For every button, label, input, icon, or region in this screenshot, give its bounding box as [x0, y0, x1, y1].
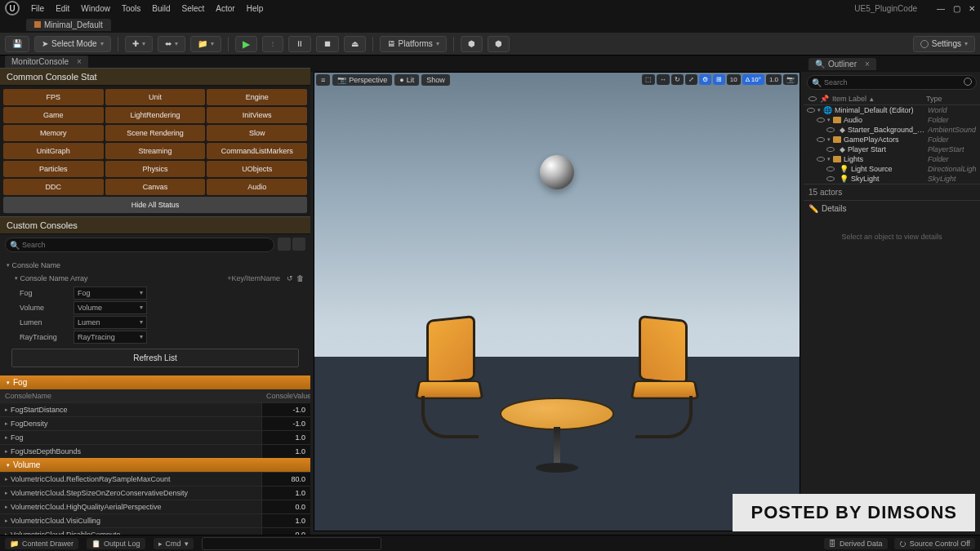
stop-button[interactable]: ⏹: [316, 36, 339, 52]
ctrl-dropdown-lumen[interactable]: Lumen▾: [74, 316, 147, 329]
fog-key[interactable]: ▸Fog: [0, 431, 261, 444]
visibility-icon[interactable]: [826, 147, 835, 152]
console-name-row[interactable]: ▾ Console Name: [7, 259, 304, 272]
volume-value[interactable]: 0.0: [261, 500, 310, 513]
volume-key[interactable]: ▸VolumetricCloud.VisiCulling: [0, 514, 261, 527]
stat-uobjects[interactable]: UObjects: [207, 161, 307, 177]
ctrl-dropdown-raytracing[interactable]: RayTracing▾: [74, 331, 147, 344]
menu-file[interactable]: File: [31, 4, 44, 13]
save-button[interactable]: 💾: [5, 36, 29, 52]
toolbar-extra-1[interactable]: ⬢: [461, 36, 483, 52]
outliner-tab[interactable]: 🔍 Outliner×: [808, 58, 876, 70]
play-options-button[interactable]: ⋮: [262, 36, 283, 52]
outliner-node[interactable]: 💡SkyLightSkyLight: [804, 174, 980, 184]
settings-button[interactable]: Settings ▾: [913, 36, 975, 52]
visibility-icon[interactable]: [807, 108, 815, 113]
menu-build[interactable]: Build: [152, 4, 170, 13]
stat-unitgraph[interactable]: UnitGraph: [3, 143, 104, 159]
fog-value[interactable]: 1.0: [261, 431, 310, 444]
cmd-input[interactable]: [202, 537, 381, 550]
stat-streaming[interactable]: Streaming: [105, 143, 206, 159]
visibility-icon[interactable]: [826, 176, 835, 181]
volume-value[interactable]: 1.0: [261, 487, 310, 500]
outliner-node[interactable]: ▾GamePlayActorsFolder: [804, 135, 980, 144]
stat-lightrendering[interactable]: LightRendering: [105, 107, 206, 123]
pause-button[interactable]: ⏸: [288, 36, 311, 52]
viewport-show-button[interactable]: Show: [421, 74, 450, 86]
menu-select[interactable]: Select: [182, 4, 205, 13]
stat-initviews[interactable]: InitViews: [207, 107, 307, 123]
fog-key[interactable]: ▸FogDensity: [0, 417, 261, 430]
outliner-col-type[interactable]: Type: [926, 95, 975, 103]
stat-physics[interactable]: Physics: [105, 161, 206, 177]
volume-section-header[interactable]: ▾Volume: [0, 458, 310, 472]
volume-value[interactable]: 1.0: [261, 514, 310, 527]
volume-key[interactable]: ▸VolumetricCloud.DisableCompute: [0, 528, 261, 535]
hide-all-button[interactable]: Hide All Status: [3, 197, 307, 213]
custom-console-search[interactable]: [5, 238, 274, 252]
visibility-icon[interactable]: [826, 167, 835, 171]
select-mode-button[interactable]: ➤ Select Mode ▾: [34, 36, 111, 52]
volume-key[interactable]: ▸VolumetricCloud.ReflectionRaySampleMaxC…: [0, 473, 261, 486]
outliner-settings-icon[interactable]: [964, 78, 972, 86]
search-opt-1[interactable]: [278, 238, 291, 251]
volume-value[interactable]: 0.0: [261, 528, 310, 535]
blueprints-button[interactable]: 📁▾: [190, 36, 221, 52]
fog-key[interactable]: ▸FogUseDepthBounds: [0, 445, 261, 458]
cmd-button[interactable]: ▸ Cmd ▾: [154, 538, 194, 549]
stat-ddc[interactable]: DDC: [3, 179, 104, 195]
volume-key[interactable]: ▸VolumetricCloud.HighQualityAerialPerspe…: [0, 500, 261, 513]
viewport-widget-0[interactable]: ⬚: [642, 74, 655, 85]
ctrl-dropdown-volume[interactable]: Volume▾: [74, 301, 147, 314]
menu-edit[interactable]: Edit: [56, 4, 69, 13]
stat-canvas[interactable]: Canvas: [105, 179, 206, 195]
visibility-icon[interactable]: [817, 118, 825, 122]
outliner-node[interactable]: ◆Starter_Background_CueAmbientSound: [804, 125, 980, 135]
viewport-widget-4[interactable]: ⚙: [699, 74, 711, 85]
menu-actor[interactable]: Actor: [216, 4, 234, 13]
outliner-node[interactable]: ▾LightsFolder: [804, 154, 980, 164]
trash-icon[interactable]: 🗑: [296, 274, 304, 282]
viewport-widget-8[interactable]: 1.0: [766, 74, 782, 85]
source-control-button[interactable]: ⭮ Source Control Off: [894, 538, 975, 549]
fog-value[interactable]: -1.0: [261, 403, 310, 416]
stat-unit[interactable]: Unit: [105, 89, 206, 105]
play-button[interactable]: ▶: [235, 36, 257, 52]
volume-value[interactable]: 80.0: [261, 473, 310, 486]
stat-memory[interactable]: Memory: [3, 125, 104, 141]
viewport[interactable]: ≡ 📷 Perspective ● Lit Show ⬚↔↻⤢⚙⊞10Δ 10°…: [314, 72, 800, 531]
viewport-perspective-button[interactable]: 📷 Perspective: [332, 74, 392, 86]
output-log-button[interactable]: 📋 Output Log: [87, 538, 145, 549]
details-header[interactable]: ✏️ Details: [804, 200, 980, 216]
add-content-button[interactable]: ✚▾: [125, 36, 153, 52]
stat-particles[interactable]: Particles: [3, 161, 104, 177]
stat-engine[interactable]: Engine: [207, 89, 307, 105]
marketplace-button[interactable]: ⬌▾: [158, 36, 185, 52]
content-drawer-button[interactable]: 📁 Content Drawer: [5, 538, 78, 549]
console-name-array-row[interactable]: ▾ Console Name Array +Key/ItemName ↺ 🗑: [7, 272, 304, 285]
stat-scene-rendering[interactable]: Scene Rendering: [105, 125, 206, 141]
eject-button[interactable]: ⏏: [344, 36, 366, 52]
viewport-widget-2[interactable]: ↻: [671, 74, 684, 85]
window-close-icon[interactable]: ✕: [969, 4, 975, 13]
platforms-button[interactable]: 🖥 Platforms ▾: [380, 36, 447, 52]
fog-section-header[interactable]: ▾Fog: [0, 375, 310, 389]
volume-key[interactable]: ▸VolumetricCloud.StepSizeOnZeroConservat…: [0, 487, 261, 500]
visibility-icon[interactable]: [826, 127, 835, 132]
level-tab[interactable]: Minimal_Default: [26, 19, 111, 31]
fog-key[interactable]: ▸FogStartDistance: [0, 403, 261, 416]
viewport-widget-1[interactable]: ↔: [657, 74, 670, 85]
menu-tools[interactable]: Tools: [122, 4, 140, 13]
visibility-icon[interactable]: [817, 137, 825, 142]
menu-window[interactable]: Window: [81, 4, 110, 13]
viewport-widget-6[interactable]: 10: [727, 74, 741, 85]
outliner-search-input[interactable]: [807, 75, 977, 90]
outliner-node[interactable]: ▾AudioFolder: [804, 115, 980, 125]
viewport-widget-5[interactable]: ⊞: [713, 74, 725, 85]
window-max-icon[interactable]: ▢: [953, 4, 960, 13]
window-min-icon[interactable]: —: [937, 4, 945, 13]
outliner-node[interactable]: ◆Player StartPlayerStart: [804, 144, 980, 154]
fog-value[interactable]: 1.0: [261, 445, 310, 458]
stat-commandlistmarkers[interactable]: CommandListMarkers: [207, 143, 307, 159]
viewport-menu-button[interactable]: ≡: [316, 74, 330, 86]
